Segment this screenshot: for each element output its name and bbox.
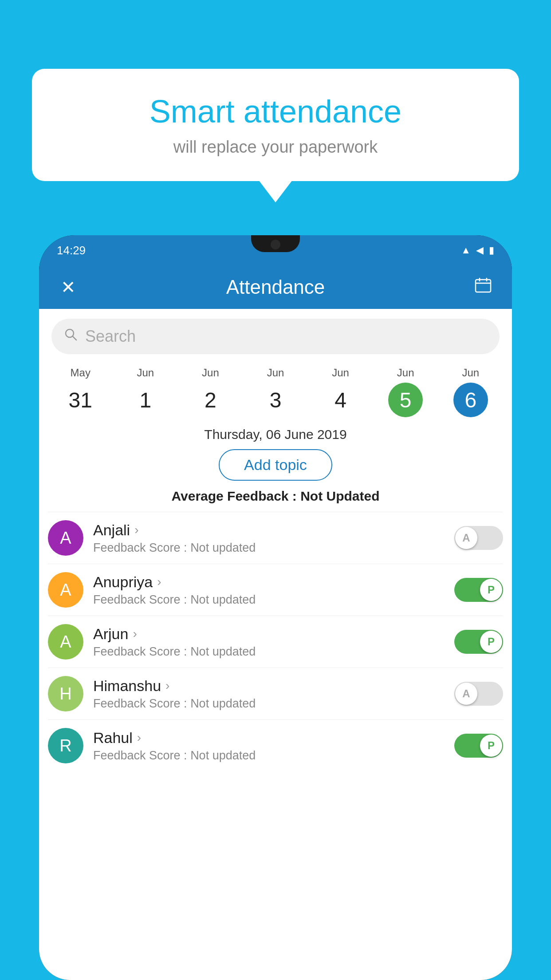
- feedback-score: Feedback Score : Not updated: [93, 697, 445, 711]
- close-button[interactable]: ✕: [56, 277, 80, 297]
- toggle-knob: A: [455, 527, 477, 549]
- date-month: Jun: [113, 367, 178, 379]
- student-name[interactable]: Anupriya ›: [93, 573, 445, 591]
- status-time: 14:29: [57, 244, 86, 257]
- phone-screen: Search May31Jun1Jun2Jun3Jun4Jun5Jun6 Thu…: [39, 309, 512, 980]
- wifi-icon: ▲: [461, 245, 471, 256]
- toggle-knob: P: [480, 579, 502, 601]
- avatar: A: [48, 572, 83, 608]
- date-day: 5: [388, 383, 423, 417]
- student-info: Rahul ›Feedback Score : Not updated: [93, 729, 445, 763]
- bubble-subtitle: will replace your paperwork: [59, 138, 492, 157]
- avatar: H: [48, 676, 83, 711]
- date-day: 2: [193, 383, 228, 417]
- date-month: Jun: [178, 367, 243, 379]
- attendance-toggle[interactable]: A: [454, 526, 503, 550]
- toggle-switch[interactable]: A: [454, 526, 503, 550]
- signal-icon: ◀: [476, 245, 484, 256]
- chevron-icon: ›: [157, 575, 161, 589]
- student-info: Anupriya ›Feedback Score : Not updated: [93, 573, 445, 607]
- speech-bubble: Smart attendance will replace your paper…: [32, 69, 519, 181]
- phone-frame: 14:29 ▲ ◀ ▮ ✕ Attendance: [39, 235, 512, 980]
- feedback-score: Feedback Score : Not updated: [93, 749, 445, 763]
- date-day: 31: [63, 383, 98, 417]
- status-bar: 14:29 ▲ ◀ ▮: [39, 235, 512, 265]
- student-row: AAnjali ›Feedback Score : Not updatedA: [48, 512, 503, 564]
- student-row: AArjun ›Feedback Score : Not updatedP: [48, 616, 503, 668]
- avatar: R: [48, 728, 83, 763]
- svg-rect-0: [476, 280, 491, 292]
- student-row: RRahul ›Feedback Score : Not updatedP: [48, 719, 503, 771]
- date-month: Jun: [373, 367, 438, 379]
- date-cell-2[interactable]: Jun2: [178, 367, 243, 417]
- toggle-knob: A: [455, 683, 477, 705]
- chevron-icon: ›: [137, 731, 141, 745]
- toggle-switch[interactable]: P: [454, 578, 503, 602]
- date-cell-6[interactable]: Jun6: [438, 367, 503, 417]
- date-cell-1[interactable]: Jun1: [113, 367, 178, 417]
- feedback-score: Feedback Score : Not updated: [93, 593, 445, 607]
- search-icon: [64, 328, 78, 345]
- toggle-switch[interactable]: P: [454, 734, 503, 758]
- student-row: AAnupriya ›Feedback Score : Not updatedP: [48, 564, 503, 616]
- avatar: A: [48, 624, 83, 660]
- date-cell-4[interactable]: Jun4: [308, 367, 373, 417]
- search-placeholder: Search: [85, 327, 136, 346]
- date-day: 6: [453, 383, 488, 417]
- phone-notch: [251, 235, 300, 252]
- chevron-icon: ›: [134, 523, 138, 537]
- toggle-switch[interactable]: P: [454, 630, 503, 654]
- bubble-title: Smart attendance: [59, 93, 492, 130]
- calendar-button[interactable]: [471, 277, 495, 298]
- chevron-icon: ›: [133, 627, 137, 641]
- camera: [271, 240, 280, 249]
- attendance-toggle[interactable]: A: [454, 682, 503, 706]
- date-cell-31[interactable]: May31: [48, 367, 113, 417]
- avatar: A: [48, 520, 83, 556]
- search-bar[interactable]: Search: [51, 319, 500, 354]
- attendance-toggle[interactable]: P: [454, 734, 503, 758]
- feedback-score: Feedback Score : Not updated: [93, 541, 445, 555]
- date-month: Jun: [438, 367, 503, 379]
- date-month: Jun: [243, 367, 308, 379]
- student-row: HHimanshu ›Feedback Score : Not updatedA: [48, 668, 503, 719]
- app-bar: ✕ Attendance: [39, 265, 512, 309]
- date-cell-3[interactable]: Jun3: [243, 367, 308, 417]
- toggle-switch[interactable]: A: [454, 682, 503, 706]
- svg-line-5: [73, 336, 77, 340]
- feedback-score: Feedback Score : Not updated: [93, 645, 445, 659]
- add-topic-button[interactable]: Add topic: [219, 449, 332, 481]
- date-month: May: [48, 367, 113, 379]
- attendance-toggle[interactable]: P: [454, 630, 503, 654]
- battery-icon: ▮: [489, 245, 494, 256]
- average-feedback: Average Feedback : Not Updated: [39, 489, 512, 504]
- speech-bubble-container: Smart attendance will replace your paper…: [32, 69, 519, 181]
- student-name[interactable]: Anjali ›: [93, 522, 445, 539]
- status-icons: ▲ ◀ ▮: [461, 245, 494, 256]
- toggle-knob: P: [480, 631, 502, 653]
- selected-date-label: Thursday, 06 June 2019: [39, 427, 512, 442]
- student-list: AAnjali ›Feedback Score : Not updatedAAA…: [39, 512, 512, 771]
- avg-feedback-label: Average Feedback :: [171, 489, 296, 503]
- student-name[interactable]: Himanshu ›: [93, 677, 445, 695]
- student-info: Himanshu ›Feedback Score : Not updated: [93, 677, 445, 711]
- date-cell-5[interactable]: Jun5: [373, 367, 438, 417]
- chevron-icon: ›: [165, 679, 169, 693]
- student-name[interactable]: Rahul ›: [93, 729, 445, 747]
- calendar-row: May31Jun1Jun2Jun3Jun4Jun5Jun6: [39, 362, 512, 417]
- attendance-toggle[interactable]: P: [454, 578, 503, 602]
- toggle-knob: P: [480, 735, 502, 757]
- student-info: Arjun ›Feedback Score : Not updated: [93, 625, 445, 659]
- student-info: Anjali ›Feedback Score : Not updated: [93, 522, 445, 555]
- student-name[interactable]: Arjun ›: [93, 625, 445, 643]
- date-month: Jun: [308, 367, 373, 379]
- avg-feedback-value: Not Updated: [300, 489, 379, 503]
- date-day: 3: [258, 383, 293, 417]
- app-bar-title: Attendance: [94, 276, 457, 298]
- date-day: 1: [128, 383, 163, 417]
- date-day: 4: [323, 383, 358, 417]
